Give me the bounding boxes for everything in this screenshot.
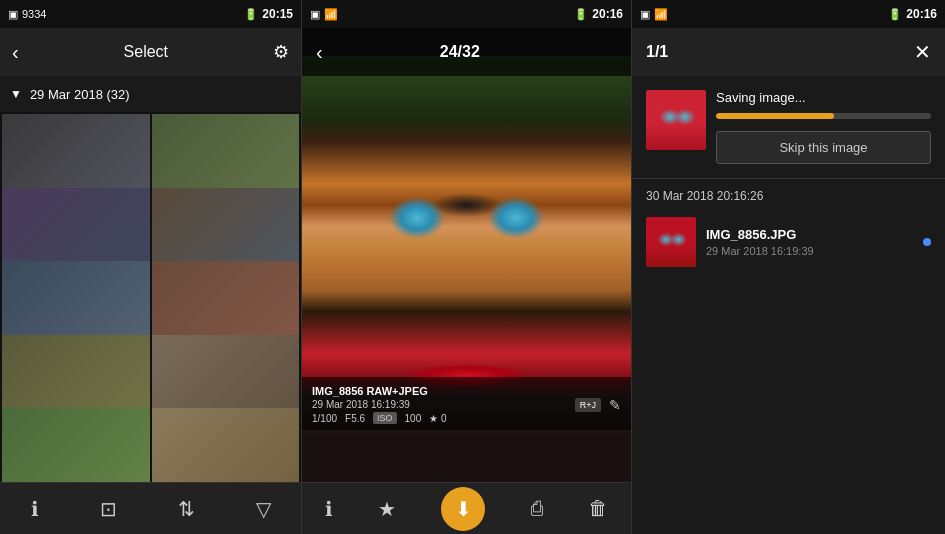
viewer-info-overlay: IMG_8856 RAW+JPEG 29 Mar 2018 16:19:39 1… — [302, 377, 631, 430]
viewer-image-area[interactable]: IMG_8856 RAW+JPEG 29 Mar 2018 16:19:39 1… — [302, 56, 631, 482]
wifi-icon: 📶 — [324, 8, 338, 21]
status-text: 9334 — [22, 8, 46, 20]
status-left-icons: ▣ 9334 — [8, 8, 46, 21]
transfer-icon[interactable]: ⊡ — [100, 497, 117, 521]
status-left-icons: ▣ 📶 — [640, 8, 668, 21]
status-bar-transfer: ▣ 📶 🔋 20:16 — [632, 0, 945, 28]
transfer-file-details: IMG_8856.JPG 29 Mar 2018 16:19:39 — [706, 227, 913, 257]
viewer-info-icon[interactable]: ℹ — [325, 497, 333, 521]
battery-icon: 🔋 — [574, 8, 588, 21]
status-bar-viewer: ▣ 📶 🔋 20:16 — [302, 0, 631, 28]
status-time: 20:16 — [906, 7, 937, 21]
viewer-back-button[interactable]: ‹ — [316, 41, 323, 64]
viewer-star-icon[interactable]: ★ — [378, 497, 396, 521]
status-bar-gallery: ▣ 9334 🔋 20:15 — [0, 0, 301, 28]
sort-icon[interactable]: ⇅ — [178, 497, 195, 521]
viewer-filename: IMG_8856 RAW+JPEG — [312, 385, 447, 397]
thumbnail-item[interactable] — [152, 408, 300, 482]
wifi-icon: 📶 — [654, 8, 668, 21]
viewer-panel: ▣ 📶 🔋 20:16 ‹ 24/32 IMG_8856 RAW+JPEG 29… — [302, 0, 632, 534]
signal-icon: ▣ — [640, 8, 650, 21]
saving-status-label: Saving image... — [716, 90, 931, 105]
viewer-exif-row2: 1/100 F5.6 ISO 100 ★ 0 — [312, 412, 447, 424]
viewer-aperture: F5.6 — [345, 413, 365, 424]
viewer-rating: ★ 0 — [429, 413, 446, 424]
viewer-counter: 24/32 — [440, 43, 480, 61]
viewer-info-right: R+J ✎ — [575, 397, 621, 413]
viewer-date: 29 Mar 2018 16:19:39 — [312, 399, 410, 410]
viewer-shutter: 1/100 — [312, 413, 337, 424]
transfer-file-item[interactable]: IMG_8856.JPG 29 Mar 2018 16:19:39 — [632, 209, 945, 275]
transfer-thumbnail — [646, 90, 706, 150]
info-icon[interactable]: ℹ — [31, 497, 39, 521]
transfer-saving-area: Saving image... Skip this image — [632, 76, 945, 178]
skip-image-button[interactable]: Skip this image — [716, 131, 931, 164]
close-icon[interactable]: ✕ — [914, 40, 931, 64]
status-right-icons: 🔋 20:16 — [888, 7, 937, 21]
gallery-bottom-bar: ℹ ⊡ ⇅ ▽ — [0, 482, 301, 534]
thumbnail-image — [2, 408, 150, 482]
transfer-status-dot — [923, 238, 931, 246]
thumbnail-image — [152, 408, 300, 482]
transfer-file-thumbnail — [646, 217, 696, 267]
progress-bar-fill — [716, 113, 834, 119]
gallery-header: ‹ Select ⚙ — [0, 28, 301, 76]
viewer-trash-icon[interactable]: 🗑 — [588, 497, 608, 520]
settings-icon[interactable]: ⚙ — [273, 41, 289, 63]
status-time: 20:16 — [592, 7, 623, 21]
viewer-download-button[interactable]: ⬇ — [441, 487, 485, 531]
transfer-saving-row: Saving image... Skip this image — [646, 90, 931, 164]
transfer-counter: 1/1 — [646, 43, 668, 61]
viewer-bottom-bar: ℹ ★ ⬇ ⎙ 🗑 — [302, 482, 631, 534]
signal-icon: ▣ — [310, 8, 320, 21]
transfer-saving-info: Saving image... Skip this image — [716, 90, 931, 164]
transfer-date-label: 30 Mar 2018 20:16:26 — [632, 179, 945, 209]
status-right-icons: 🔋 20:16 — [574, 7, 623, 21]
viewer-exif-info: IMG_8856 RAW+JPEG 29 Mar 2018 16:19:39 1… — [312, 385, 447, 424]
status-right-icons: 🔋 20:15 — [244, 7, 293, 21]
gallery-date-label: 29 Mar 2018 (32) — [30, 87, 130, 102]
status-left-icons: ▣ 📶 — [310, 8, 338, 21]
viewer-iso-badge: ISO — [373, 412, 397, 424]
gallery-grid: MP4 FHD MP4 FHD MP4 FHD MP4 FHD R+J R+J … — [0, 112, 301, 482]
battery-icon: 🔋 — [888, 8, 902, 21]
gallery-date-row[interactable]: ▼ 29 Mar 2018 (32) — [0, 76, 301, 112]
expand-arrow-icon: ▼ — [10, 87, 22, 101]
viewer-header: ‹ 24/32 — [302, 28, 631, 76]
battery-icon: 🔋 — [244, 8, 258, 21]
progress-bar-background — [716, 113, 931, 119]
edit-icon[interactable]: ✎ — [609, 397, 621, 413]
thumbnail-item[interactable]: R+J — [2, 408, 150, 482]
status-time: 20:15 — [262, 7, 293, 21]
signal-icon: ▣ — [8, 8, 18, 21]
transfer-panel: ▣ 📶 🔋 20:16 1/1 ✕ Saving image... Skip t… — [632, 0, 945, 534]
filter-icon[interactable]: ▽ — [256, 497, 271, 521]
viewer-iso: 100 — [405, 413, 422, 424]
viewer-share-icon[interactable]: ⎙ — [531, 497, 543, 520]
gallery-panel: ▣ 9334 🔋 20:15 ‹ Select ⚙ ▼ 29 Mar 2018 … — [0, 0, 302, 534]
transfer-header: 1/1 ✕ — [632, 28, 945, 76]
select-label: Select — [124, 43, 168, 61]
transfer-file-name: IMG_8856.JPG — [706, 227, 913, 242]
transfer-file-date: 29 Mar 2018 16:19:39 — [706, 245, 913, 257]
back-button[interactable]: ‹ — [12, 41, 19, 64]
viewer-rj-badge: R+J — [575, 398, 601, 412]
viewer-exif-row: 29 Mar 2018 16:19:39 — [312, 399, 447, 410]
